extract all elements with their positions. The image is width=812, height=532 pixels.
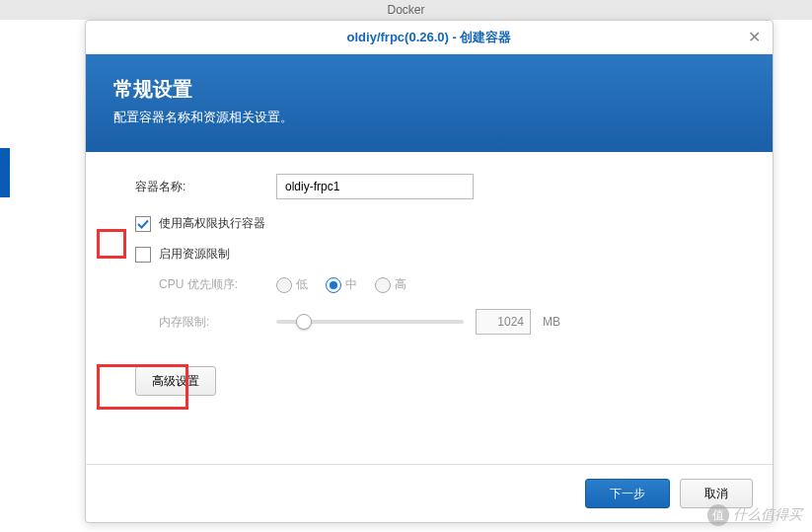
app-header: Docker — [0, 0, 812, 20]
slider-thumb[interactable] — [296, 314, 312, 330]
advanced-settings-button[interactable]: 高级设置 — [135, 366, 216, 396]
dialog-title: oldiy/frpc(0.26.0) - 创建容器 — [347, 30, 512, 44]
container-name-label: 容器名称: — [113, 179, 276, 195]
banner-subtitle: 配置容器名称和资源相关设置。 — [113, 109, 745, 126]
banner: 常规设置 配置容器名称和资源相关设置。 — [86, 54, 773, 152]
create-container-dialog: oldiy/frpc(0.26.0) - 创建容器 ✕ 常规设置 配置容器名称和… — [85, 20, 774, 523]
cpu-med-label: 中 — [345, 276, 357, 293]
cpu-med-radio[interactable]: 中 — [326, 276, 357, 293]
cpu-high-radio[interactable]: 高 — [375, 276, 406, 293]
memory-limit-label: 内存限制: — [113, 314, 276, 331]
close-icon[interactable]: ✕ — [748, 21, 761, 54]
resource-limit-label: 启用资源限制 — [159, 246, 230, 263]
cpu-priority-radios: 低 中 高 — [276, 276, 406, 293]
cpu-low-radio[interactable]: 低 — [276, 276, 308, 293]
memory-slider-wrap: MB — [276, 309, 560, 335]
resource-limit-checkbox[interactable] — [135, 247, 151, 263]
watermark-icon: 值 — [707, 504, 729, 526]
privileged-row[interactable]: 使用高权限执行容器 — [113, 215, 745, 232]
cpu-low-label: 低 — [296, 276, 308, 293]
memory-limit-row: 内存限制: MB — [113, 309, 745, 335]
watermark-text: 什么值得买 — [733, 506, 802, 524]
memory-unit: MB — [543, 315, 560, 329]
memory-value-input[interactable] — [476, 309, 531, 335]
check-icon — [137, 218, 149, 230]
privileged-checkbox[interactable] — [135, 216, 151, 232]
container-name-row: 容器名称: — [113, 174, 745, 199]
dialog-titlebar: oldiy/frpc(0.26.0) - 创建容器 ✕ — [86, 21, 773, 54]
watermark: 值 什么值得买 — [707, 504, 802, 526]
resource-limit-row[interactable]: 启用资源限制 — [113, 246, 745, 263]
cpu-priority-row: CPU 优先顺序: 低 中 高 — [113, 276, 745, 293]
memory-slider[interactable] — [276, 320, 464, 324]
sidebar-active-indicator — [0, 148, 10, 197]
banner-heading: 常规设置 — [113, 76, 745, 103]
cpu-priority-label: CPU 优先顺序: — [113, 276, 276, 293]
container-name-input[interactable] — [276, 174, 474, 199]
form-area: 容器名称: 使用高权限执行容器 启用资源限制 CPU 优先顺序: 低 — [86, 152, 773, 464]
dialog-footer: 下一步 取消 — [86, 464, 773, 522]
next-button[interactable]: 下一步 — [585, 479, 670, 508]
privileged-label: 使用高权限执行容器 — [159, 215, 265, 232]
app-title: Docker — [387, 3, 424, 17]
cpu-high-label: 高 — [395, 276, 406, 293]
